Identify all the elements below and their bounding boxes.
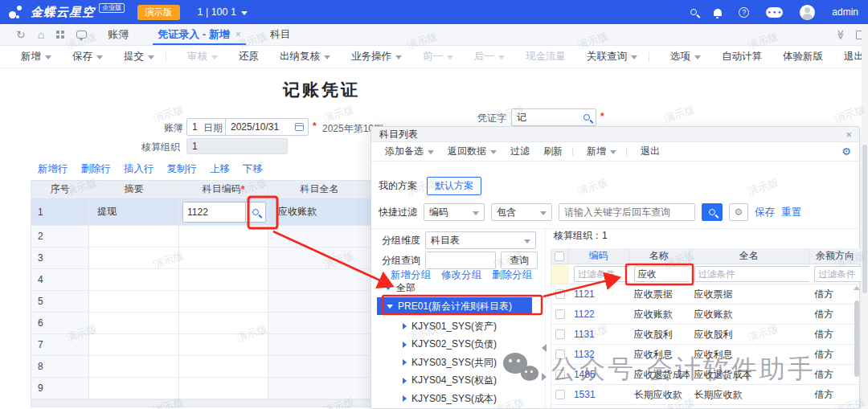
date-input[interactable] [226, 121, 290, 133]
close-tab-icon[interactable]: × [235, 29, 241, 40]
toolbar-related-query[interactable]: 关联查询 [587, 50, 637, 63]
toolbar-options[interactable]: 选项 [670, 50, 701, 63]
tree-collapse-icon[interactable] [403, 395, 407, 402]
checkbox-icon[interactable] [555, 390, 565, 399]
checkbox-icon[interactable] [555, 350, 565, 359]
avatar[interactable] [800, 5, 815, 20]
tab-voucher-entry[interactable]: 凭证录入 - 新增× [158, 24, 241, 45]
grid-row-selected[interactable]: 1 提现 应收账款 [31, 198, 371, 226]
checkbox-icon[interactable] [555, 289, 565, 299]
fullname-filter[interactable] [694, 266, 810, 282]
search-icon[interactable] [690, 9, 697, 15]
collapse-panel-icon[interactable] [542, 344, 547, 352]
org-switcher[interactable]: 1 | 100 1 [198, 6, 248, 18]
home-icon[interactable]: ⌂ [38, 28, 44, 41]
select-all-cell[interactable] [551, 248, 569, 264]
checkbox-icon[interactable] [555, 309, 565, 319]
account-code[interactable]: 1122 [569, 305, 629, 324]
reset-filter-link[interactable]: 重置 [781, 206, 801, 219]
header-code[interactable]: 编码 [569, 248, 629, 264]
dialog-exit-button[interactable]: 退出 [641, 145, 660, 158]
grid-row[interactable]: 8 [31, 356, 371, 378]
voucher-word-input[interactable] [512, 112, 578, 123]
filter-button[interactable]: 过滤 [510, 145, 530, 158]
tree-expand-icon[interactable] [387, 305, 393, 309]
account-row[interactable]: 1121应收票据应收票据借方 [551, 284, 861, 305]
toolbar-try-new-version[interactable]: 体验新版 [783, 50, 823, 63]
checkbox-icon[interactable] [555, 329, 565, 339]
dir-filter[interactable] [814, 266, 861, 282]
toolbar-business-ops[interactable]: 业务操作 [351, 50, 402, 63]
grid-row[interactable]: 2 [31, 226, 371, 247]
code-filter[interactable] [574, 266, 629, 282]
page-scrollbar[interactable] [862, 24, 868, 409]
expand-panel-icon[interactable] [542, 373, 547, 381]
checkbox-icon[interactable] [555, 370, 565, 379]
group-search-input[interactable] [425, 252, 496, 269]
tree-node[interactable]: KJYS05_SYS(成本) [379, 390, 539, 408]
name-filter[interactable]: × [634, 266, 690, 282]
tree-node[interactable]: KJYS01_SYS(资产) [379, 317, 539, 336]
copy-row-button[interactable]: 复制行 [167, 162, 198, 176]
help-icon[interactable]: ? [739, 7, 749, 18]
date-field[interactable] [225, 118, 309, 136]
tree-collapse-icon[interactable] [403, 342, 407, 348]
tab-account[interactable]: 科目 [270, 24, 291, 45]
save-filter-link[interactable]: 保存 [755, 206, 775, 219]
tree-collapse-icon[interactable] [403, 323, 407, 329]
header-balance-dir[interactable]: 余额方向 [809, 248, 861, 264]
scroll-up-icon[interactable] [854, 286, 860, 290]
apps-grid-icon[interactable] [56, 31, 64, 39]
row-summary[interactable]: 提现 [89, 198, 179, 225]
tree-expand-icon[interactable] [385, 286, 391, 290]
refresh-icon[interactable]: ↻ [16, 28, 26, 41]
account-row[interactable]: 1131应收股利应收股利借方 [551, 325, 861, 345]
filter-operator-select[interactable]: 包含 [491, 203, 552, 221]
code-filter-input[interactable] [575, 269, 629, 279]
table-scrollbar[interactable] [854, 292, 859, 397]
code-input[interactable] [183, 202, 245, 222]
delete-row-button[interactable]: 删除行 [81, 162, 112, 176]
toolbar-cashier-review[interactable]: 出纳复核 [280, 50, 330, 63]
toolbar-new[interactable]: 新增 [21, 50, 51, 63]
tree-collapse-icon[interactable] [403, 378, 407, 384]
lookup-icon[interactable] [578, 114, 596, 121]
name-filter-input[interactable] [635, 269, 690, 279]
default-scheme-button[interactable]: 默认方案 [427, 177, 481, 195]
account-code[interactable]: 1121 [569, 284, 629, 304]
message-icon[interactable] [76, 31, 87, 39]
user-name[interactable]: admin [832, 6, 858, 18]
search-button[interactable] [702, 203, 723, 221]
grid-row[interactable]: 5 [31, 291, 371, 313]
return-data-button[interactable]: 返回数据 [448, 145, 497, 158]
dir-filter-input[interactable] [815, 269, 861, 279]
tree-collapse-icon[interactable] [403, 359, 407, 366]
group-query-button[interactable]: 查询 [501, 252, 538, 269]
filter-settings-icon[interactable]: ⚙ [729, 203, 748, 221]
refresh-button[interactable]: 刷新 [543, 145, 563, 158]
tree-node[interactable]: KJYS04_SYS(权益) [379, 372, 539, 391]
toolbar-auto-calc[interactable]: 自动计算 [722, 50, 762, 63]
voucher-word-field[interactable] [511, 108, 596, 126]
grid-row[interactable]: 3 [31, 247, 371, 269]
dialog-titlebar[interactable]: 科目列表 × [371, 127, 859, 142]
scrollbar-thumb[interactable] [854, 301, 859, 377]
account-row[interactable]: 1485应收退货成本应收退货成本借方 [551, 365, 861, 385]
group-dimension-select[interactable]: 科目表 [425, 231, 536, 249]
toolbar-submit[interactable]: 提交 [124, 50, 154, 63]
tree-node[interactable]: KJYS03_SYS(共同) [379, 354, 539, 372]
keyword-input[interactable] [559, 203, 695, 221]
account-code[interactable]: 1531 [569, 385, 629, 404]
notification-bell-icon[interactable] [714, 9, 722, 16]
move-down-button[interactable]: 下移 [243, 162, 263, 176]
checkbox-icon[interactable] [555, 252, 564, 261]
tab-ledger[interactable]: 账簿 [108, 24, 129, 45]
header-fullname[interactable]: 全名 [690, 248, 810, 264]
header-name[interactable]: 名称 [629, 248, 690, 264]
tree-node-all[interactable]: 全部 [379, 280, 539, 296]
account-code[interactable]: 1485 [569, 365, 629, 384]
account-row[interactable]: 1122应收账款应收账款借方 [551, 305, 861, 325]
grid-row[interactable]: 9 [31, 378, 371, 399]
calendar-icon[interactable] [290, 123, 308, 131]
tree-node[interactable]: KJYS02_SYS(负债) [379, 336, 539, 354]
